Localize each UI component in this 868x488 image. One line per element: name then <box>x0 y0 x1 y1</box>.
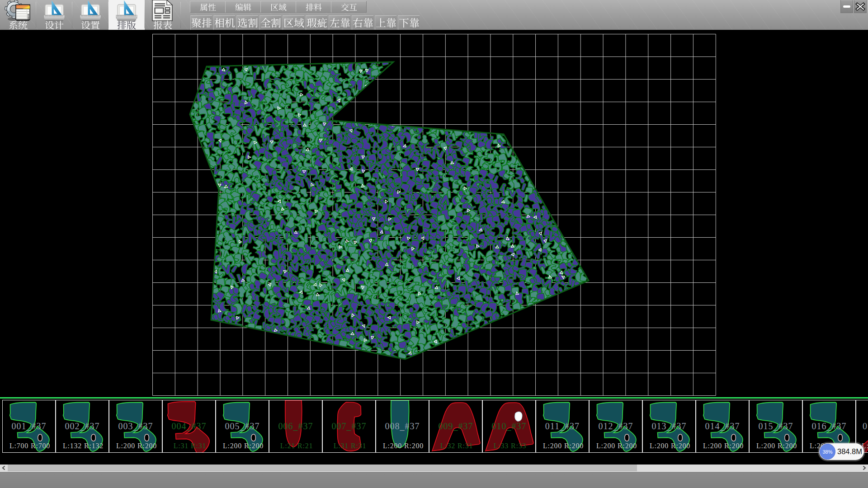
part-lr-count: L:200 R:200 <box>218 442 269 450</box>
part-cell-015_#37[interactable]: 015_#37L:200 R:200 <box>749 400 802 453</box>
part-name: 003_#37 <box>109 421 162 432</box>
part-name: 007_#37 <box>323 421 375 432</box>
part-cell-001_#37[interactable]: 001_#37L:700 R:700 <box>2 400 56 453</box>
tool-button-label <box>214 18 235 28</box>
part-name: 004_#37 <box>163 421 215 432</box>
part-name: 002_#37 <box>56 421 108 432</box>
minimize-icon <box>841 0 853 13</box>
app-button-label <box>0 20 36 30</box>
app-button-report[interactable] <box>145 0 181 30</box>
tool-button-label <box>330 18 350 28</box>
part-name: 012_#37 <box>590 421 642 432</box>
minimize-button[interactable] <box>840 0 853 13</box>
application-window: 001_#37L:700 R:700002_#37L:132 R:132003_… <box>0 0 868 488</box>
tool-button-defect[interactable] <box>306 15 327 30</box>
app-button-label <box>36 20 72 30</box>
toolbar-chrome <box>0 0 868 30</box>
tool-button-label <box>191 18 212 28</box>
nesting-canvas[interactable] <box>0 30 868 397</box>
tool-button-label <box>399 18 420 28</box>
menu-tab-label <box>270 2 287 11</box>
close-icon <box>854 0 866 13</box>
menu-tab-label <box>200 2 216 11</box>
triangle-ruler-icon <box>36 0 72 21</box>
part-name: 008_#37 <box>376 421 429 432</box>
part-lr-count: L:200 R:200 <box>378 442 429 450</box>
tool-button-zone[interactable] <box>283 15 304 30</box>
close-button[interactable] <box>854 0 867 13</box>
tool-button-snap-down[interactable] <box>398 15 420 30</box>
part-cell-008_#37[interactable]: 008_#37L:200 R:200 <box>376 400 429 453</box>
part-cell-014_#37[interactable]: 014_#37L:200 R:200 <box>696 400 749 453</box>
part-cell-010_#37[interactable]: 010_#37L:33 R:33 <box>482 400 536 453</box>
app-button-system[interactable] <box>0 0 36 30</box>
part-lr-count: L:32 R:31 <box>431 442 482 450</box>
tool-button-snap-right[interactable] <box>352 15 373 30</box>
tool-button-select-cut[interactable] <box>236 15 258 30</box>
part-name: 005_#37 <box>216 421 269 432</box>
nesting-canvas-svg <box>0 30 868 397</box>
scrollbar-thumb[interactable] <box>8 465 637 471</box>
menu-tab-attributes[interactable] <box>190 1 226 13</box>
menu-tab-region[interactable] <box>260 1 296 13</box>
app-button-label <box>72 20 108 30</box>
menu-tab-nest[interactable] <box>296 1 331 13</box>
part-cell-009_#37[interactable]: 009_#37L:32 R:31 <box>429 400 482 453</box>
part-cell-006_#37[interactable]: 006_#37L:21 R:21 <box>269 400 322 453</box>
parts-strip: 001_#37L:700 R:700002_#37L:132 R:132003_… <box>0 399 868 465</box>
part-lr-count: L:31 R:31 <box>165 442 215 450</box>
tool-button-camera[interactable] <box>213 15 235 30</box>
part-cell-011_#37[interactable]: 011_#37L:200 R:200 <box>536 400 589 453</box>
part-cell-004_#37[interactable]: 004_#37L:31 R:31 <box>162 400 216 453</box>
strip-scrollbar[interactable] <box>0 465 868 471</box>
tool-button-label <box>376 18 396 28</box>
tool-button-snap-left[interactable] <box>329 15 350 30</box>
part-lr-count: L:132 R:132 <box>58 442 108 450</box>
progress-badge: 38% <box>820 444 835 460</box>
scroll-right-button[interactable] <box>860 465 868 471</box>
report-doc-icon <box>145 0 181 21</box>
app-button-nesting[interactable] <box>108 0 145 30</box>
part-cell-007_#37[interactable]: 007_#37L:31 R:31 <box>322 400 376 453</box>
part-cell-002_#37[interactable]: 002_#37L:132 R:132 <box>56 400 109 453</box>
app-button-settings[interactable] <box>72 0 108 30</box>
tool-button-bar <box>190 15 421 30</box>
part-lr-count: L:700 R:700 <box>5 442 55 450</box>
menu-tab-interaction[interactable] <box>331 1 367 13</box>
part-name: 013_#37 <box>643 421 695 432</box>
tool-button-label <box>307 18 327 28</box>
tool-button-snap-up[interactable] <box>375 15 396 30</box>
part-name: 015_#37 <box>750 421 802 432</box>
memory-status-widget[interactable]: 38% 384.8M <box>819 443 864 460</box>
part-name: 001_#37 <box>3 421 55 432</box>
part-lr-count: L:21 R:21 <box>271 442 322 450</box>
gear-notepad-icon <box>0 0 36 21</box>
part-cell-005_#37[interactable]: 005_#37L:200 R:200 <box>216 400 269 453</box>
part-name: 0 <box>856 421 868 432</box>
part-lr-count: L:200 R:200 <box>111 442 162 450</box>
part-name: 010_#37 <box>483 421 535 432</box>
part-name: 006_#37 <box>269 421 322 432</box>
chevron-right-icon <box>862 466 866 470</box>
part-cell-012_#37[interactable]: 012_#37L:200 R:200 <box>589 400 642 453</box>
chevron-left-icon <box>2 466 6 470</box>
menu-tab-label <box>341 2 357 11</box>
tool-button-label <box>353 18 373 28</box>
menu-tab-bar <box>190 1 366 13</box>
part-name: 014_#37 <box>696 421 749 432</box>
tool-button-cluster-nest[interactable] <box>190 15 212 30</box>
part-name: 016_#37 <box>803 421 855 432</box>
part-cell-003_#37[interactable]: 003_#37L:200 R:200 <box>109 400 162 453</box>
app-button-label <box>145 20 181 30</box>
menu-tab-label <box>306 2 322 11</box>
part-lr-count: L:31 R:31 <box>325 442 375 450</box>
app-button-design[interactable] <box>36 0 72 30</box>
part-cell-013_#37[interactable]: 013_#37L:200 R:200 <box>642 400 696 453</box>
app-bar <box>0 0 181 30</box>
menu-tab-edit[interactable] <box>225 1 261 13</box>
part-lr-count: L:200 R:200 <box>698 442 749 450</box>
scroll-left-button[interactable] <box>0 465 8 471</box>
tool-button-cut-all[interactable] <box>259 15 281 30</box>
memory-value: 384.8M <box>837 443 862 460</box>
part-lr-count: L:200 R:200 <box>645 442 695 450</box>
